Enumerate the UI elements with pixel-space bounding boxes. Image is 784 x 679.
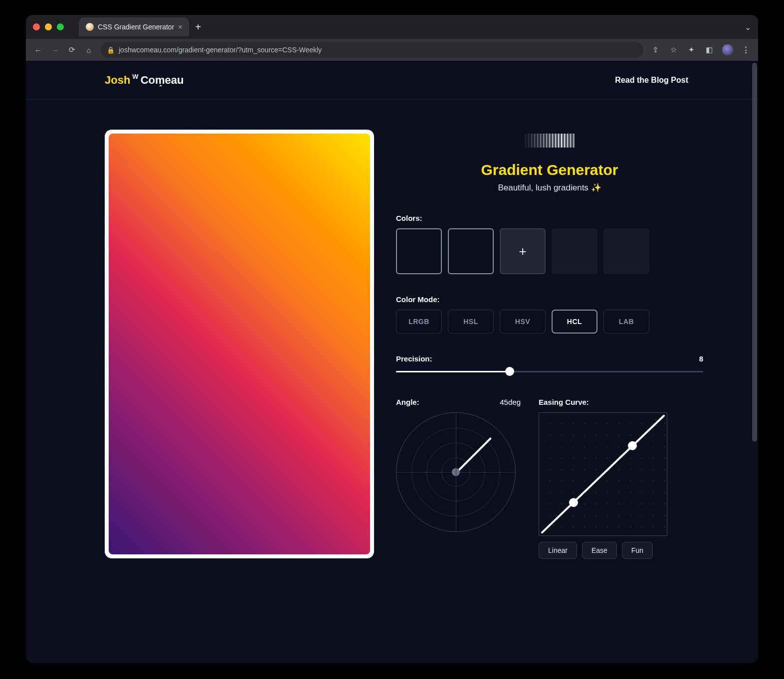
angle-center-dot [452,468,460,476]
color-swatch-1[interactable] [396,228,442,274]
forward-button[interactable]: → [50,45,60,55]
browser-tab[interactable]: CSS Gradient Generator × [79,17,189,36]
site-header: Josh W Comeau ⌃ Read the Blog Post [26,61,758,100]
easing-linear-button[interactable]: Linear [539,542,577,559]
maximize-window-button[interactable] [57,23,64,30]
share-icon[interactable]: ⇪ [650,45,660,55]
tabs-menu-icon[interactable]: ⌄ [745,22,751,32]
color-mode-row: LRGB HSL HSV HCL LAB [396,310,703,334]
empty-swatch [552,228,597,274]
color-mode-label: Color Mode: [396,295,703,304]
url-input[interactable]: 🔒 joshwcomeau.com/gradient-generator/?ut… [101,42,643,58]
mode-hcl[interactable]: HCL [552,310,597,334]
new-tab-button[interactable]: + [195,21,201,33]
easing-fun-button[interactable]: Fun [622,542,653,559]
favicon-icon [86,23,94,31]
panel-icon[interactable]: ◧ [704,45,714,55]
toolbar-icons: ⇪ ☆ ✦ ◧ ⋮ [650,44,751,55]
mode-lab[interactable]: LAB [603,310,649,334]
easing-label: Easing Curve: [539,398,703,406]
page-title: Gradient Generator [396,162,703,178]
precision-slider[interactable] [396,366,703,378]
gradient-preview-frame [105,130,374,558]
controls-panel: Gradient Generator Beautiful, lush gradi… [396,130,703,559]
easing-handle-2[interactable] [628,441,637,450]
decorative-bars-icon [396,134,703,148]
precision-value: 8 [699,354,703,363]
easing-curve-editor[interactable] [539,412,667,536]
scrollbar[interactable] [752,63,757,442]
minimize-window-button[interactable] [45,23,52,30]
logo-caret-icon: ⌃ [159,84,163,90]
gradient-preview [109,134,370,554]
address-bar: ← → ⟳ ⌂ 🔒 joshwcomeau.com/gradient-gener… [26,39,758,61]
profile-avatar[interactable] [722,44,733,55]
color-swatches: + [396,228,703,274]
svg-line-0 [542,416,664,532]
lock-icon: 🔒 [107,46,115,54]
home-button[interactable]: ⌂ [84,45,94,55]
empty-swatch [603,228,649,274]
easing-ease-button[interactable]: Ease [582,542,617,559]
site-logo[interactable]: Josh W Comeau ⌃ [105,74,190,87]
color-swatch-2[interactable] [448,228,494,274]
plus-icon: + [519,244,526,259]
reload-button[interactable]: ⟳ [67,45,77,55]
url-text: joshwcomeau.com/gradient-generator/?utm_… [119,46,322,54]
page-content: Josh W Comeau ⌃ Read the Blog Post G [26,61,758,663]
slider-fill [396,371,510,372]
close-window-button[interactable] [33,23,40,30]
extensions-icon[interactable]: ✦ [686,45,696,55]
bookmark-icon[interactable]: ☆ [668,45,678,55]
precision-label: Precision: [396,354,432,363]
page-subtitle: Beautiful, lush gradients ✨ [396,182,703,193]
angle-value: 45deg [500,398,521,406]
tab-title: CSS Gradient Generator [98,23,174,31]
angle-label: Angle: [396,398,419,406]
easing-presets: Linear Ease Fun [539,542,703,559]
colors-label: Colors: [396,214,703,222]
browser-window: CSS Gradient Generator × + ⌄ ← → ⟳ ⌂ 🔒 j… [26,15,758,663]
slider-thumb[interactable] [505,367,514,376]
kebab-menu-icon[interactable]: ⋮ [741,45,751,55]
angle-dial[interactable] [396,412,516,532]
easing-line [539,413,667,535]
mode-hsv[interactable]: HSV [500,310,546,334]
mode-hsl[interactable]: HSL [448,310,494,334]
read-blog-link[interactable]: Read the Blog Post [615,76,688,85]
close-tab-icon[interactable]: × [178,23,182,31]
window-controls [33,23,64,30]
logo-decor: W [132,73,138,80]
tab-strip: CSS Gradient Generator × + ⌄ [26,15,758,39]
logo-part-1: Josh [105,74,130,87]
add-color-button[interactable]: + [500,228,546,274]
easing-handle-1[interactable] [569,498,578,507]
mode-lrgb[interactable]: LRGB [396,310,442,334]
back-button[interactable]: ← [33,45,43,55]
